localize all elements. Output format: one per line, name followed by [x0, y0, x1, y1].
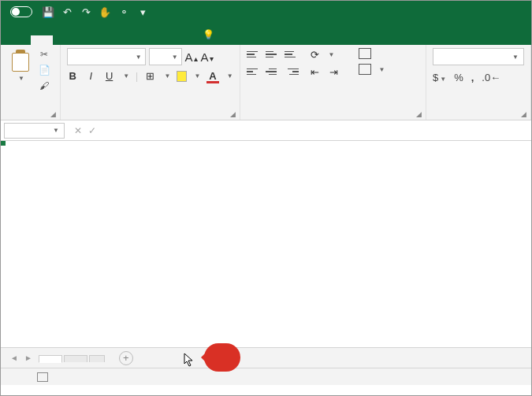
- active-cell-border: [1, 141, 4, 144]
- formula-bar: ▼ ✕ ✓: [1, 120, 531, 141]
- group-number: ▼ $▼ % , .0← ◢: [426, 45, 531, 120]
- font-size-combo[interactable]: ▼: [149, 48, 182, 65]
- chevron-down-icon: ▼: [172, 54, 178, 61]
- align-center-icon[interactable]: [266, 65, 280, 78]
- dialog-launcher-icon[interactable]: ◢: [416, 110, 424, 118]
- chevron-down-icon: ▼: [164, 72, 170, 80]
- chevron-down-icon: ▼: [329, 51, 335, 58]
- group-clipboard: ▼ ✂ 📄 🖌 ◢: [1, 45, 61, 120]
- chevron-down-icon: ▼: [512, 54, 519, 61]
- chevron-down-icon: ▼: [53, 127, 59, 134]
- sheet-tab-sheet2[interactable]: [64, 355, 87, 362]
- save-icon[interactable]: 💾: [42, 6, 54, 18]
- tab-review[interactable]: [149, 35, 171, 45]
- undo-icon[interactable]: ↶: [61, 6, 73, 18]
- touch-mode-icon[interactable]: ✋: [99, 6, 111, 18]
- dialog-launcher-icon[interactable]: ◢: [50, 110, 58, 118]
- mouse-cursor-icon: [184, 353, 195, 367]
- chevron-down-icon: ▼: [123, 72, 129, 80]
- number-format-combo[interactable]: ▼: [433, 48, 524, 65]
- chevron-down-icon: ▼: [227, 72, 233, 80]
- percent-format-icon[interactable]: %: [454, 72, 463, 83]
- paste-icon: [10, 50, 31, 72]
- fill-handle[interactable]: [1, 141, 6, 146]
- align-middle-icon[interactable]: [266, 48, 280, 61]
- formula-input[interactable]: [112, 123, 531, 139]
- dialog-launcher-icon[interactable]: ◢: [230, 110, 238, 118]
- new-sheet-button[interactable]: +: [119, 351, 133, 365]
- tell-me-search[interactable]: 💡: [196, 24, 224, 45]
- redo-icon[interactable]: ↷: [80, 6, 92, 18]
- merge-icon: [359, 64, 371, 75]
- dialog-launcher-icon[interactable]: ◢: [521, 110, 529, 118]
- tab-formulas[interactable]: [102, 35, 124, 45]
- format-painter-icon[interactable]: 🖌: [37, 80, 51, 92]
- annotation-callout: [204, 343, 240, 372]
- tab-page-layout[interactable]: [78, 35, 100, 45]
- align-right-icon[interactable]: [285, 65, 299, 78]
- group-label-alignment: [247, 117, 419, 118]
- decrease-font-icon[interactable]: A▾: [201, 50, 214, 64]
- tree-icon[interactable]: ⚬: [117, 6, 130, 18]
- group-label-clipboard: [7, 117, 54, 118]
- title-bar: 💾 ↶ ↷ ✋ ⚬ ▾: [1, 1, 531, 23]
- tab-data[interactable]: [125, 35, 147, 45]
- wrap-text-button[interactable]: [359, 48, 385, 59]
- paste-button[interactable]: ▼: [7, 48, 34, 92]
- merge-center-button[interactable]: ▼: [359, 64, 385, 75]
- comma-format-icon[interactable]: ,: [471, 72, 474, 83]
- group-alignment: ⟳▼ ⇤ ⇥ ▼ ◢: [240, 45, 426, 120]
- copy-icon[interactable]: 📄: [37, 64, 51, 76]
- bulb-icon: 💡: [203, 29, 214, 40]
- decrease-indent-icon[interactable]: ⇤: [308, 66, 322, 78]
- group-font: ▼ ▼ A▴ A▾ B I U▼ | ⊞▼ ▼ A▼ ◢: [61, 45, 240, 120]
- macro-record-icon[interactable]: [37, 372, 48, 382]
- fill-color-button[interactable]: [177, 71, 186, 82]
- bold-button[interactable]: B: [67, 70, 79, 82]
- align-left-icon[interactable]: [247, 65, 261, 78]
- chevron-down-icon: ▼: [18, 75, 24, 82]
- wrap-text-icon: [359, 48, 371, 59]
- ribbon-tabs: 💡: [1, 23, 531, 45]
- ribbon: ▼ ✂ 📄 🖌 ◢ ▼ ▼ A▴ A▾ B I U▼ | ⊞▼: [1, 45, 531, 120]
- cancel-formula-icon[interactable]: ✕: [74, 125, 82, 136]
- increase-indent-icon[interactable]: ⇥: [327, 66, 341, 78]
- sheet-tab-bar: ◄► +: [1, 347, 531, 368]
- nav-next-icon[interactable]: ►: [24, 353, 32, 362]
- nav-prev-icon[interactable]: ◄: [10, 353, 18, 362]
- chevron-down-icon: ▼: [195, 72, 201, 80]
- group-label-number: [433, 117, 524, 118]
- font-name-combo[interactable]: ▼: [67, 48, 146, 65]
- chevron-down-icon: ▼: [136, 54, 142, 61]
- orientation-icon[interactable]: ⟳: [308, 49, 322, 61]
- borders-button[interactable]: ⊞: [144, 70, 156, 82]
- name-box[interactable]: ▼: [4, 123, 65, 139]
- sheet-nav-arrows[interactable]: ◄►: [6, 353, 37, 362]
- status-bar: [1, 368, 531, 385]
- align-top-icon[interactable]: [247, 48, 261, 61]
- cut-icon[interactable]: ✂: [37, 48, 51, 61]
- autosave-toggle[interactable]: [7, 6, 35, 17]
- chevron-down-icon: ▼: [379, 66, 385, 73]
- tab-file[interactable]: [4, 35, 29, 45]
- underline-button[interactable]: U: [103, 70, 115, 82]
- qat-customize-icon[interactable]: ▾: [136, 6, 149, 18]
- enter-formula-icon[interactable]: ✓: [88, 125, 96, 136]
- increase-decimal-icon[interactable]: .0←: [482, 72, 500, 83]
- group-label-font: [67, 117, 233, 118]
- italic-button[interactable]: I: [85, 70, 97, 82]
- tab-home[interactable]: [31, 35, 53, 45]
- sheet-tab-sheet1[interactable]: [39, 355, 62, 363]
- increase-font-icon[interactable]: A▴: [185, 50, 198, 64]
- tab-view[interactable]: [173, 35, 195, 45]
- align-bottom-icon[interactable]: [285, 48, 299, 61]
- sheet-tab-partial[interactable]: [89, 355, 105, 362]
- toggle-switch-icon: [10, 6, 32, 17]
- worksheet-grid[interactable]: [1, 141, 531, 347]
- accounting-format-icon[interactable]: $▼: [433, 72, 446, 83]
- font-color-button[interactable]: A: [206, 70, 218, 82]
- tab-insert[interactable]: [54, 35, 76, 45]
